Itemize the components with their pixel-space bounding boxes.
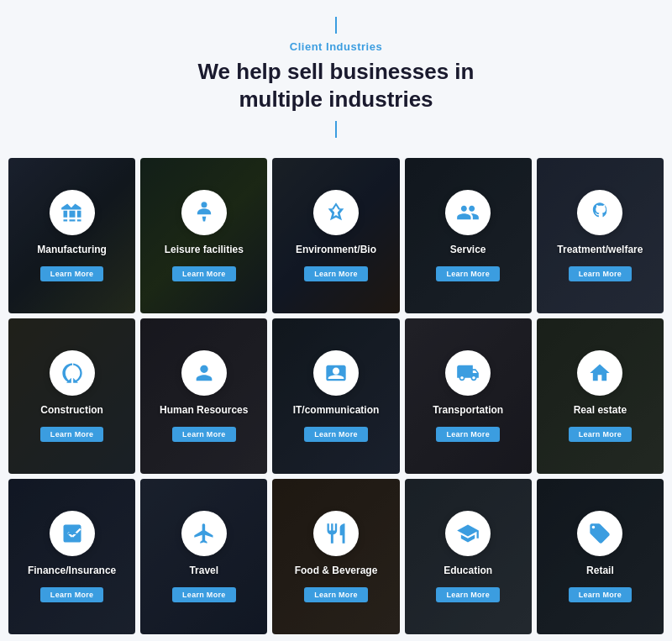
card-treatment[interactable]: Treatment/welfare Learn More — [537, 158, 664, 313]
card-retail[interactable]: Retail Learn More — [537, 479, 664, 634]
card-content-transport: Transportation Learn More — [405, 350, 532, 443]
card-content-it: IT/communication Learn More — [272, 350, 399, 443]
icon-circle-realestate — [577, 350, 622, 396]
card-content-construction: Construction Learn More — [8, 350, 135, 443]
header-subtitle: Client Industries — [198, 40, 475, 53]
icon-circle-construction — [50, 350, 95, 396]
card-content-food: Food & Beverage Learn More — [272, 511, 399, 603]
card-realestate[interactable]: Real estate Learn More — [537, 318, 664, 474]
learn-btn-construction[interactable]: Learn More — [40, 427, 104, 442]
card-travel[interactable]: Travel Learn More — [140, 479, 267, 634]
learn-btn-retail[interactable]: Learn More — [569, 587, 633, 602]
icon-circle-treatment — [577, 190, 622, 235]
card-label-it: IT/communication — [293, 404, 380, 418]
card-content-retail: Retail Learn More — [537, 511, 664, 603]
industries-grid: Manufacturing Learn More Leisure facilit… — [8, 158, 664, 634]
bottom-line — [335, 121, 337, 138]
header-title: We help sell businesses inmultiple indus… — [198, 58, 475, 113]
card-content-realestate: Real estate Learn More — [537, 350, 664, 443]
icon-circle-finance — [50, 511, 95, 556]
card-label-finance: Finance/Insurance — [28, 565, 116, 578]
card-transport[interactable]: Transportation Learn More — [405, 318, 532, 474]
learn-btn-food[interactable]: Learn More — [304, 587, 368, 602]
card-label-transport: Transportation — [433, 404, 503, 418]
card-food[interactable]: Food & Beverage Learn More — [272, 479, 399, 634]
icon-circle-manufacturing — [50, 190, 95, 235]
icon-circle-transport — [445, 350, 491, 396]
learn-btn-hr[interactable]: Learn More — [172, 427, 236, 442]
learn-btn-travel[interactable]: Learn More — [172, 587, 236, 602]
card-content-hr: Human Resources Learn More — [140, 350, 267, 443]
card-content-education: Education Learn More — [405, 511, 532, 603]
learn-btn-treatment[interactable]: Learn More — [569, 266, 633, 281]
card-content-finance: Finance/Insurance Learn More — [8, 511, 135, 603]
learn-btn-service[interactable]: Learn More — [436, 266, 500, 281]
icon-circle-environment — [313, 190, 359, 235]
card-label-education: Education — [444, 565, 492, 578]
card-content-treatment: Treatment/welfare Learn More — [537, 190, 664, 282]
card-label-realestate: Real estate — [574, 404, 627, 418]
card-service[interactable]: Service Learn More — [405, 158, 532, 313]
card-label-construction: Construction — [40, 404, 103, 418]
learn-btn-it[interactable]: Learn More — [304, 427, 368, 442]
card-label-leisure: Leisure facilities — [165, 244, 244, 257]
card-environment[interactable]: Environment/Bio Learn More — [272, 158, 399, 313]
top-line — [335, 17, 337, 34]
icon-circle-leisure — [181, 190, 227, 235]
card-label-food: Food & Beverage — [295, 565, 378, 578]
svg-point-0 — [201, 202, 207, 208]
learn-btn-realestate[interactable]: Learn More — [569, 427, 633, 442]
card-content-service: Service Learn More — [405, 190, 532, 282]
learn-btn-environment[interactable]: Learn More — [304, 266, 368, 281]
card-label-environment: Environment/Bio — [296, 244, 376, 257]
icon-circle-it — [313, 350, 359, 396]
card-label-service: Service — [450, 244, 486, 257]
card-content-travel: Travel Learn More — [140, 511, 267, 603]
icon-circle-service — [445, 190, 491, 235]
page-header: Client Industries We help sell businesse… — [198, 17, 475, 138]
icon-circle-food — [313, 511, 359, 556]
card-finance[interactable]: Finance/Insurance Learn More — [8, 479, 135, 634]
card-content-environment: Environment/Bio Learn More — [272, 190, 399, 282]
icon-circle-retail — [577, 511, 622, 556]
learn-btn-transport[interactable]: Learn More — [436, 427, 500, 442]
icon-circle-education — [445, 511, 491, 556]
card-hr[interactable]: Human Resources Learn More — [140, 318, 267, 474]
learn-btn-manufacturing[interactable]: Learn More — [40, 266, 104, 281]
card-label-travel: Travel — [189, 565, 218, 578]
card-label-manufacturing: Manufacturing — [37, 244, 107, 257]
card-label-retail: Retail — [586, 565, 614, 578]
card-leisure[interactable]: Leisure facilities Learn More — [140, 158, 267, 313]
card-label-treatment: Treatment/welfare — [557, 244, 643, 257]
card-construction[interactable]: Construction Learn More — [8, 318, 135, 474]
card-it[interactable]: IT/communication Learn More — [272, 318, 399, 474]
icon-circle-hr — [181, 350, 227, 396]
card-label-hr: Human Resources — [160, 404, 248, 418]
card-manufacturing[interactable]: Manufacturing Learn More — [8, 158, 135, 313]
card-content-leisure: Leisure facilities Learn More — [140, 190, 267, 282]
learn-btn-education[interactable]: Learn More — [436, 587, 500, 602]
icon-circle-travel — [181, 511, 227, 556]
learn-btn-finance[interactable]: Learn More — [40, 587, 104, 602]
learn-btn-leisure[interactable]: Learn More — [172, 266, 236, 281]
card-content-manufacturing: Manufacturing Learn More — [8, 190, 135, 282]
card-education[interactable]: Education Learn More — [405, 479, 532, 634]
